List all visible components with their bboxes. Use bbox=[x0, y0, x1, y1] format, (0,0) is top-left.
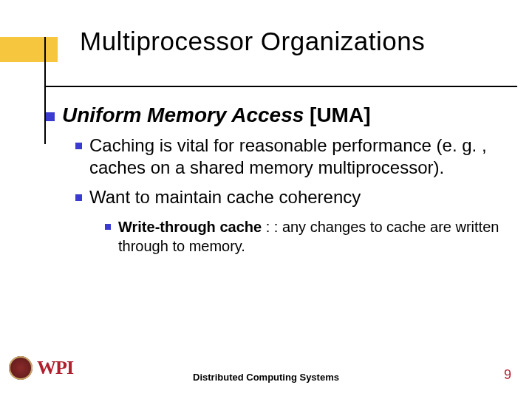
subpoint-bold: Write-through cache bbox=[118, 219, 262, 235]
bullet-icon bbox=[75, 194, 82, 201]
point-2: Want to maintain cache coherency bbox=[75, 186, 502, 208]
subpoint-1: Write-through cache : : any changes to c… bbox=[105, 217, 502, 256]
page-number: 9 bbox=[504, 367, 511, 383]
point-text: Caching is vital for reasonable performa… bbox=[89, 134, 502, 179]
bullet-icon bbox=[105, 224, 111, 230]
slide-title: Multiprocessor Organizations bbox=[80, 27, 425, 56]
horizontal-rule bbox=[44, 86, 517, 87]
content-area: Uniform Memory Access [UMA] Caching is v… bbox=[46, 103, 502, 256]
footer-label: Distributed Computing Systems bbox=[0, 372, 532, 383]
bullet-icon bbox=[75, 143, 82, 149]
point-text: Want to maintain cache coherency bbox=[89, 186, 361, 208]
slide: Multiprocessor Organizations Uniform Mem… bbox=[0, 0, 532, 399]
point-1: Caching is vital for reasonable performa… bbox=[75, 134, 502, 179]
subpoint-text: Write-through cache : : any changes to c… bbox=[118, 217, 502, 256]
heading-bracket: [UMA] bbox=[304, 103, 370, 126]
heading-row: Uniform Memory Access [UMA] bbox=[46, 103, 502, 127]
bullet-icon bbox=[46, 112, 55, 121]
heading-italic: Uniform Memory Access bbox=[62, 103, 304, 126]
accent-bar bbox=[0, 37, 58, 62]
section-heading: Uniform Memory Access [UMA] bbox=[62, 103, 371, 127]
